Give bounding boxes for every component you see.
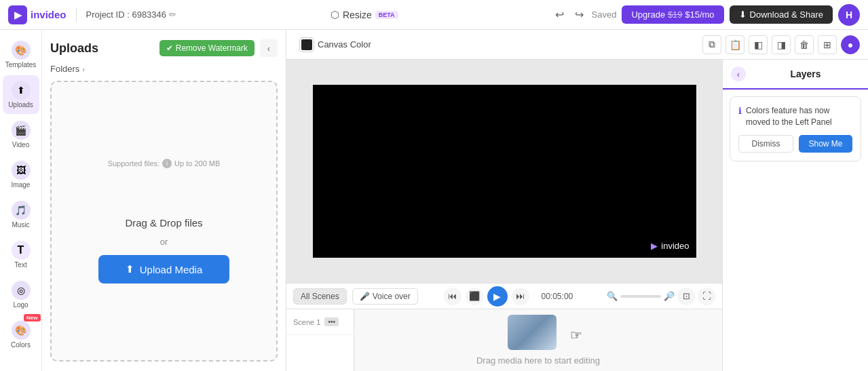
redo-button[interactable]: ↪ [572,5,586,24]
supported-files-label: Supported files: [108,159,159,168]
file-size-label: Up to 200 MB [174,159,220,168]
supported-files-info: Supported files: i Up to 200 MB [108,159,221,168]
collapse-panel-button[interactable]: ‹ [260,39,278,57]
mic-icon: 🎤 [360,292,370,301]
remove-watermark-button[interactable]: ✔ Remove Watermark [159,40,254,56]
align-left-btn[interactable]: ◧ [749,35,768,54]
nav-item-music[interactable]: 🎵 Music [3,195,39,234]
edit-project-icon[interactable]: ✏ [169,9,176,20]
nav-item-text[interactable]: T Text [3,235,39,274]
all-scenes-button[interactable]: All Scenes [293,288,347,305]
layers-title: Layers [751,69,860,79]
new-badge: New [24,314,40,321]
timeline-toolbar: All Scenes 🎤 Voice over ⏮ ⬛ ▶ ⏭ 00:0 [286,284,722,309]
topbar-right: ↩ ↪ Saved Upgrade $19 $15/mo ⬇ Download … [552,4,860,26]
scene-label-text: Scene 1 [293,318,320,326]
show-me-button[interactable]: Show Me [799,135,852,153]
upload-icon: ⬆ [126,263,134,275]
colors-notif-text: Colors feature has now moved to the Left… [746,105,852,128]
invideo-brand-text: invideo [661,241,689,251]
time-display: 00:05:00 [533,292,581,301]
beta-badge: BETA [375,11,398,19]
copy-icon-btn[interactable]: ⧉ [702,35,721,54]
download-label: Download & Share [750,9,823,20]
skip-back-button[interactable]: ⏮ [444,288,461,305]
frame-back-button[interactable]: ⬛ [466,288,483,305]
zoom-controls: 🔍 🔎 ⊡ ⛶ [607,288,715,305]
info-notif-icon: ℹ [738,106,742,116]
drag-media-text: Drag media here to start editing [476,355,600,366]
drag-media-thumbnail [508,315,556,350]
voice-over-button[interactable]: 🎤 Voice over [352,288,418,305]
center-right: Canvas Color ⧉ 📋 ◧ ◨ 🗑 ⊞ ● ▶ invideo [286,30,868,371]
align-right-btn[interactable]: ◨ [772,35,791,54]
logo[interactable]: ▶ invideo [8,5,67,24]
zoom-out-icon[interactable]: 🔍 [607,291,618,301]
nav-label-music: Music [12,221,29,229]
fullscreen-button[interactable]: ⛶ [698,288,715,305]
topbar-divider [76,7,77,22]
icon-nav: 🎨 Templates ⬆ Uploads 🎬 Video 🖼 Image 🎵 … [0,30,42,371]
download-icon: ⬇ [739,9,747,20]
cursor-icon: ☞ [570,327,582,343]
layers-toggle-button[interactable]: ‹ [731,66,746,81]
delete-btn[interactable]: 🗑 [795,35,814,54]
canvas-main: ▶ invideo All Scenes 🎤 Voice over [286,60,722,371]
timeline-content: Scene 1 ••• ☞ [286,309,722,371]
transport-controls: ⏮ ⬛ ▶ ⏭ 00:05:00 [444,286,581,307]
upload-media-button[interactable]: ⬆ Upload Media [98,255,230,284]
upload-media-label: Upload Media [140,264,203,275]
zoom-in-icon[interactable]: 🔎 [664,291,675,301]
fit-timeline-button[interactable]: ⊡ [677,288,695,305]
info-icon: i [162,159,172,168]
colors-icon: 🎨 [12,321,31,340]
nav-item-templates[interactable]: 🎨 Templates [3,35,39,74]
templates-icon: 🎨 [12,41,31,60]
nav-item-colors-wrap: 🎨 Colors New [3,315,39,354]
zoom-slider[interactable] [620,295,661,298]
download-share-button[interactable]: ⬇ Download & Share [730,5,833,24]
paste-icon-btn[interactable]: 📋 [725,35,744,54]
dismiss-button[interactable]: Dismiss [738,135,793,153]
nav-label-video: Video [12,141,29,149]
main-area: 🎨 Templates ⬆ Uploads 🎬 Video 🖼 Image 🎵 … [0,30,868,371]
layers-header: ‹ Layers [723,60,868,90]
timeline: All Scenes 🎤 Voice over ⏮ ⬛ ▶ ⏭ 00:0 [286,283,722,371]
undo-button[interactable]: ↩ [552,5,567,24]
avatar-initial: H [846,9,852,20]
upgrade-button[interactable]: Upgrade $19 $15/mo [622,5,723,24]
logo-icon: ▶ [8,5,27,24]
all-scenes-label: All Scenes [301,292,339,301]
nav-item-logo[interactable]: ◎ Logo [3,275,39,314]
nav-label-uploads: Uploads [8,101,33,109]
nav-label-text: Text [14,261,26,269]
resize-label: Resize [343,9,372,20]
color-palette-btn[interactable]: ● [841,35,860,54]
project-id: Project ID : 6983346 ✏ [86,9,177,20]
canvas-toolbar: Canvas Color ⧉ 📋 ◧ ◨ 🗑 ⊞ ● [286,30,868,60]
resize-button[interactable]: ⬡ Resize BETA [331,9,398,21]
play-button[interactable]: ▶ [487,286,508,307]
grid-btn[interactable]: ⊞ [818,35,837,54]
canvas-color-button[interactable]: Canvas Color [295,35,377,54]
topbar-center: ⬡ Resize BETA [183,9,545,21]
drag-drop-text: Drag & Drop files [125,217,202,229]
nav-item-video[interactable]: 🎬 Video [3,115,39,154]
folders-row[interactable]: Folders › [50,64,278,74]
frame-forward-button[interactable]: ⏭ [512,288,529,305]
user-avatar-button[interactable]: H [838,4,860,26]
nav-item-image[interactable]: 🖼 Image [3,155,39,194]
uploads-icon: ⬆ [12,81,31,100]
topbar: ▶ invideo Project ID : 6983346 ✏ ⬡ Resiz… [0,0,868,30]
panel-header: Uploads ✔ Remove Watermark ‹ [50,39,278,57]
drag-media-area: ☞ Drag media here to start editing [476,315,600,366]
nav-label-image: Image [12,181,31,189]
logo-text: invideo [31,9,67,20]
upload-drop-area[interactable]: Supported files: i Up to 200 MB Drag & D… [50,81,278,362]
nav-item-uploads[interactable]: ⬆ Uploads [3,75,39,114]
dismiss-label: Dismiss [752,139,780,149]
timeline-tracks[interactable]: ☞ Drag media here to start editing [354,309,722,371]
video-canvas: ▶ invideo [313,85,696,258]
canvas-area[interactable]: ▶ invideo [286,60,722,283]
invideo-watermark: ▶ invideo [651,241,689,251]
